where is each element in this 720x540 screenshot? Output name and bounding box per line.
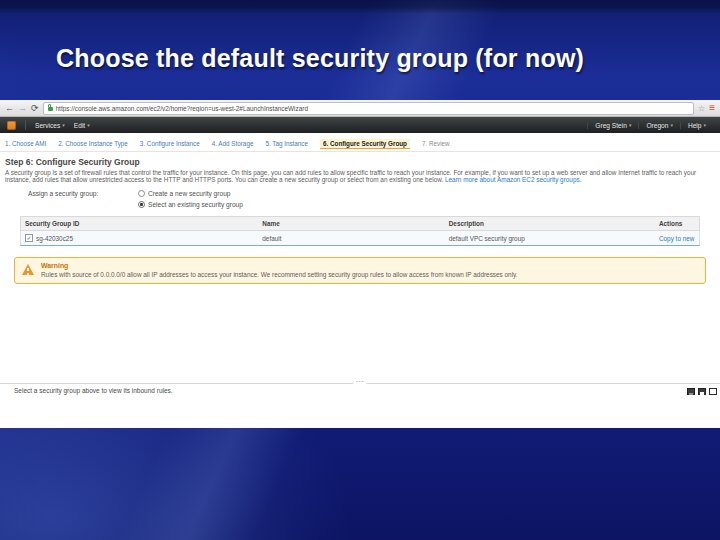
padlock-icon: [48, 107, 53, 111]
radio-selected-icon[interactable]: [138, 201, 145, 208]
nav-divider: [25, 120, 26, 130]
account-menu[interactable]: Greg Stein ▾: [587, 122, 638, 129]
pane-divider: ⋯: [0, 383, 720, 384]
copy-to-new-link[interactable]: Copy to new: [659, 235, 695, 242]
page-title: Step 6: Configure Security Group: [0, 152, 720, 169]
warning-banner: Warning Rules with source of 0.0.0.0/0 a…: [14, 257, 706, 284]
learn-more-link[interactable]: Learn more about Amazon EC2 security gro…: [445, 176, 581, 183]
chevron-down-icon: ▾: [62, 122, 65, 128]
step-tab-4[interactable]: 4. Add Storage: [212, 140, 254, 147]
window-button-icon[interactable]: [698, 388, 706, 395]
chevron-down-icon: ▾: [629, 122, 632, 128]
col-security-group-id: Security Group ID: [21, 217, 258, 230]
refresh-icon[interactable]: ⟳: [31, 104, 39, 113]
warning-title: Warning: [41, 262, 697, 269]
edit-menu[interactable]: Edit ▾: [74, 122, 90, 129]
radio-unselected-icon[interactable]: [138, 190, 145, 197]
security-group-description: A security group is a set of firewall ru…: [0, 169, 720, 183]
bookmark-star-icon[interactable]: ☆: [698, 104, 705, 113]
address-bar[interactable]: https://console.aws.amazon.com/ec2/v2/ho…: [43, 102, 694, 115]
services-menu[interactable]: Services ▾: [35, 122, 65, 129]
table-header-row: Security Group ID Name Description Actio…: [20, 216, 700, 231]
aws-logo-icon[interactable]: [7, 121, 16, 130]
resize-handle-icon[interactable]: ⋯: [354, 377, 367, 386]
security-group-table: Security Group ID Name Description Actio…: [20, 216, 700, 246]
step-tab-5[interactable]: 5. Tag Instance: [265, 140, 308, 147]
help-menu[interactable]: Help ▾: [680, 122, 713, 129]
cell-actions: Copy to new: [655, 231, 699, 245]
slide-title: Choose the default security group (for n…: [56, 44, 584, 73]
col-description: Description: [445, 217, 655, 230]
window-button-icon[interactable]: [709, 388, 717, 395]
back-icon[interactable]: ←: [5, 104, 14, 113]
warning-text: Rules with source of 0.0.0.0/0 allow all…: [41, 271, 697, 278]
wizard-steps: 1. Choose AMI 2. Choose Instance Type 3.…: [0, 133, 720, 152]
cell-description: default VPC security group: [445, 231, 655, 245]
nav-right-group: Greg Stein ▾ Oregon ▾ Help ▾: [587, 122, 713, 129]
step-tab-7[interactable]: 7. Review: [422, 140, 450, 147]
col-actions: Actions: [655, 217, 699, 230]
browser-toolbar: ← → ⟳ https://console.aws.amazon.com/ec2…: [0, 100, 720, 117]
checkbox-checked-icon[interactable]: ✓: [25, 234, 33, 242]
assign-label: Assign a security group:: [28, 190, 138, 208]
radio-group: Create a new security group Select an ex…: [138, 190, 243, 208]
inbound-rules-hint: Select a security group above to view it…: [14, 387, 173, 394]
cell-id: ✓ sg-42030c25: [21, 231, 258, 245]
radio-select-existing-group[interactable]: Select an existing security group: [138, 201, 243, 208]
step-tab-1[interactable]: 1. Choose AMI: [5, 140, 46, 147]
step-tab-2[interactable]: 2. Choose Instance Type: [58, 140, 128, 147]
step-tab-3[interactable]: 3. Configure Instance: [140, 140, 200, 147]
step-tab-6-active[interactable]: 6. Configure Security Group: [320, 139, 410, 148]
warning-icon: [22, 264, 34, 275]
browser-window: ← → ⟳ https://console.aws.amazon.com/ec2…: [0, 100, 720, 428]
window-buttons: [687, 388, 717, 395]
chevron-down-icon: ▾: [87, 122, 90, 128]
url-text: https://console.aws.amazon.com/ec2/v2/ho…: [56, 105, 308, 112]
chevron-down-icon: ▾: [670, 122, 673, 128]
col-name: Name: [258, 217, 444, 230]
slide-background: Choose the default security group (for n…: [0, 0, 720, 540]
forward-icon[interactable]: →: [18, 104, 27, 113]
aws-nav-bar: Services ▾ Edit ▾ Greg Stein ▾ Oregon ▾ …: [0, 117, 720, 133]
radio-create-new-group[interactable]: Create a new security group: [138, 190, 243, 197]
table-row[interactable]: ✓ sg-42030c25 default default VPC securi…: [20, 231, 700, 246]
browser-menu-icon[interactable]: ≡: [709, 103, 715, 113]
cell-name: default: [258, 231, 444, 245]
window-button-icon[interactable]: [687, 388, 695, 395]
region-menu[interactable]: Oregon ▾: [638, 122, 680, 129]
assign-security-group-row: Assign a security group: Create a new se…: [0, 190, 720, 208]
chevron-down-icon: ▾: [703, 122, 706, 128]
